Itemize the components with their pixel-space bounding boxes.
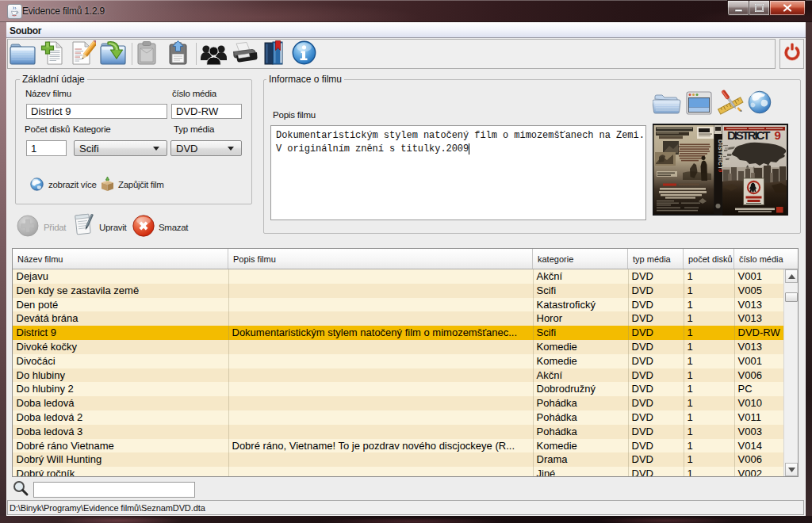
svg-text:LOT: LOT [723,161,730,165]
svg-text:DISTRICT: DISTRICT [727,128,771,142]
svg-text:9: 9 [775,128,781,142]
